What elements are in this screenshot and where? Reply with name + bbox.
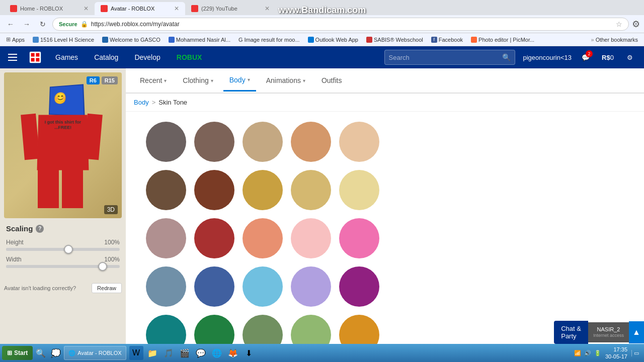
taskbar-search-icon[interactable]: 🔍 bbox=[34, 346, 48, 360]
color-light-pink[interactable] bbox=[291, 218, 331, 258]
bookmark-outlook[interactable]: Outlook Web App bbox=[306, 36, 360, 44]
hamburger-menu-button[interactable] bbox=[6, 52, 19, 63]
roblox-logo[interactable] bbox=[27, 49, 43, 65]
redraw-button[interactable]: Redraw bbox=[92, 283, 122, 293]
forward-button[interactable]: → bbox=[20, 18, 33, 31]
tab-body-label: Body bbox=[229, 76, 246, 84]
chat-party-button[interactable]: Chat &Party bbox=[554, 321, 588, 344]
width-slider-thumb[interactable] bbox=[98, 262, 107, 271]
taskbar-show-desktop-icon[interactable]: ▭ bbox=[631, 350, 639, 356]
tab-recent[interactable]: Recent ▾ bbox=[134, 70, 173, 90]
color-row-3 bbox=[146, 218, 624, 258]
taskbar-volume-icon[interactable]: 🔊 bbox=[584, 350, 591, 356]
nav-develop[interactable]: Develop bbox=[130, 51, 164, 63]
taskbar-firefox-icon[interactable]: 🦊 bbox=[226, 346, 240, 360]
width-slider-track[interactable] bbox=[6, 265, 120, 268]
bookmark-1516[interactable]: 1516 Level H Science bbox=[31, 36, 96, 44]
browser-tab-home[interactable]: Home - ROBLOX ✕ bbox=[4, 2, 95, 15]
avatar-body: I got this shirt for ...FREE! bbox=[37, 115, 89, 170]
search-box[interactable]: 🔍 bbox=[384, 50, 515, 65]
settings-nav-icon-btn[interactable]: ⚙ bbox=[622, 49, 638, 65]
maximize-btn[interactable]: □ bbox=[297, 7, 301, 15]
color-blue[interactable] bbox=[194, 266, 234, 307]
color-cream[interactable] bbox=[339, 170, 379, 210]
bookmark-sabis-icon bbox=[366, 37, 372, 43]
search-input[interactable] bbox=[389, 54, 499, 61]
color-bright-pink[interactable] bbox=[339, 218, 379, 258]
color-dusty-rose[interactable] bbox=[146, 218, 186, 258]
bookmark-other[interactable]: » Other bookmarks bbox=[589, 36, 640, 44]
taskbar-discord-icon[interactable]: 💬 bbox=[194, 346, 208, 360]
close-btn[interactable]: ✕ bbox=[309, 7, 315, 15]
color-dark-brown[interactable] bbox=[146, 170, 186, 210]
taskbar-files-icon[interactable]: 📁 bbox=[145, 346, 159, 360]
taskbar-battery-icon[interactable]: 🔋 bbox=[594, 350, 601, 356]
color-medium-brown[interactable] bbox=[194, 122, 234, 162]
apps-icon: ⊞ bbox=[6, 36, 11, 43]
color-lavender[interactable] bbox=[291, 266, 331, 307]
nav-robux[interactable]: ROBUX bbox=[173, 51, 206, 63]
bookmark-mohammed[interactable]: Mohammed Nasir Al... bbox=[167, 36, 232, 44]
color-red[interactable] bbox=[194, 218, 234, 258]
tab-close-avatar[interactable]: ✕ bbox=[174, 5, 179, 12]
color-light-blue[interactable] bbox=[243, 266, 283, 307]
robux-nav-icon-btn[interactable]: R$ 0 bbox=[600, 49, 616, 65]
bookmark-gasco-icon bbox=[102, 37, 108, 43]
color-purple[interactable] bbox=[339, 266, 379, 307]
scaling-info-icon[interactable]: ? bbox=[36, 225, 44, 233]
start-button[interactable]: ⊞ Start bbox=[2, 346, 33, 360]
bookmark-mohammed-icon bbox=[169, 37, 175, 43]
right-panel: Recent ▾ Clothing ▾ Body ▾ Animations ▾ … bbox=[126, 68, 644, 362]
color-very-dark-brown[interactable] bbox=[194, 170, 234, 210]
color-dark-gray[interactable] bbox=[146, 122, 186, 162]
lock-icon: 🔒 bbox=[80, 21, 88, 28]
color-light-peach[interactable] bbox=[339, 122, 379, 162]
taskbar-vlc-icon[interactable]: 🎬 bbox=[178, 346, 192, 360]
back-button[interactable]: ← bbox=[4, 18, 17, 31]
tab-animations[interactable]: Animations ▾ bbox=[260, 70, 311, 90]
color-peach-brown[interactable] bbox=[291, 122, 331, 162]
breadcrumb-parent[interactable]: Body bbox=[134, 99, 149, 106]
nav-catalog[interactable]: Catalog bbox=[90, 51, 122, 63]
address-bar[interactable]: Secure 🔒 https://web.roblox.com/my/avata… bbox=[52, 18, 629, 31]
bookmark-gasco[interactable]: Welcome to GASCO bbox=[100, 36, 163, 44]
reload-button[interactable]: ↻ bbox=[36, 18, 49, 31]
bookmark-sabis[interactable]: SABIS® Webschool bbox=[364, 36, 425, 44]
bookmark-star-icon[interactable]: ☆ bbox=[616, 20, 622, 28]
taskbar-word-icon[interactable]: W bbox=[129, 346, 143, 360]
color-tan[interactable] bbox=[243, 122, 283, 162]
color-slate-blue[interactable] bbox=[146, 266, 186, 307]
color-light-gold[interactable] bbox=[291, 170, 331, 210]
tab-close-home[interactable]: ✕ bbox=[84, 5, 89, 12]
browser-tab-youtube[interactable]: (229) YouTube ✕ bbox=[185, 2, 276, 15]
tab-close-youtube[interactable]: ✕ bbox=[265, 5, 270, 12]
height-slider-thumb[interactable] bbox=[64, 245, 73, 254]
tab-clothing[interactable]: Clothing ▾ bbox=[177, 70, 219, 90]
taskbar-network-icon[interactable]: 📶 bbox=[574, 350, 581, 356]
tab-body[interactable]: Body ▾ bbox=[223, 70, 256, 92]
tab-outfits[interactable]: Outfits bbox=[315, 70, 348, 90]
tab-favicon-avatar bbox=[101, 5, 108, 12]
taskbar-qbittorrent-icon[interactable]: ⬇ bbox=[242, 346, 256, 360]
bookmark-google[interactable]: G Image result for moo... bbox=[236, 36, 302, 44]
avatar-3d-badge[interactable]: 3D bbox=[104, 205, 118, 214]
taskbar-media-icon[interactable]: 🎵 bbox=[162, 346, 176, 360]
taskbar-cortana-icon[interactable]: 💭 bbox=[49, 346, 63, 360]
color-gold[interactable] bbox=[243, 170, 283, 210]
extensions-icon[interactable]: ⚙ bbox=[632, 19, 640, 30]
nav-games[interactable]: Games bbox=[51, 51, 82, 63]
color-salmon[interactable] bbox=[243, 218, 283, 258]
browser-title-bar: Home - ROBLOX ✕ Avatar - ROBLOX ✕ (229) … bbox=[0, 0, 644, 15]
minimize-btn[interactable]: ─ bbox=[284, 7, 289, 15]
chat-nav-icon-btn[interactable]: 💬 2 bbox=[578, 49, 594, 65]
r15-badge[interactable]: R15 bbox=[102, 76, 118, 84]
height-slider-track[interactable] bbox=[6, 248, 120, 251]
bookmark-picmonkey[interactable]: Photo editor | PicMor... bbox=[469, 36, 536, 44]
tab-clothing-label: Clothing bbox=[183, 76, 208, 84]
bookmark-apps[interactable]: ⊞ Apps bbox=[4, 35, 27, 44]
bookmark-facebook[interactable]: f Facebook bbox=[429, 36, 465, 44]
browser-tab-avatar[interactable]: Avatar - ROBLOX ✕ bbox=[95, 2, 185, 15]
chat-expand-button[interactable]: ▲ bbox=[629, 321, 644, 343]
taskbar-browser-app[interactable]: 🌐 Avatar - ROBLOX bbox=[64, 346, 126, 360]
taskbar-chrome-icon[interactable]: 🌐 bbox=[210, 346, 224, 360]
